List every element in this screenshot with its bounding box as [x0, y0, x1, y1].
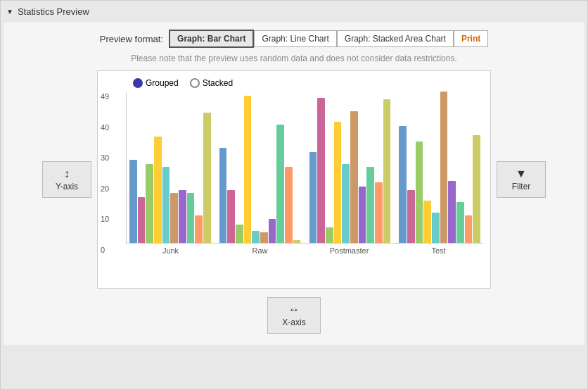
x-label-raw: Raw [215, 246, 305, 255]
bar-test-1 [407, 190, 415, 243]
filter-icon: ▼ [507, 168, 535, 180]
bar-test-7 [456, 202, 464, 243]
section-title: Statistics Preview [18, 6, 89, 17]
bars-container [126, 92, 483, 244]
stacked-radio[interactable] [190, 78, 200, 88]
y-axis-labels: 49 40 30 20 10 0 [101, 92, 109, 254]
bar-junk-8 [195, 215, 203, 243]
x-labels: JunkRawPostmasterTest [126, 246, 483, 255]
bar-group-junk [129, 113, 211, 243]
bar-junk-2 [146, 164, 153, 243]
bar-group-raw [219, 96, 301, 243]
y-label-49: 49 [101, 92, 109, 101]
filter-button[interactable]: ▼ Filter [497, 161, 546, 198]
bar-raw-2 [236, 225, 243, 243]
x-axis-label: X-axis [282, 317, 305, 327]
bar-test-0 [399, 126, 407, 243]
bar-group-postmaster [309, 98, 391, 243]
bar-postmaster-6 [359, 187, 366, 243]
legend-grouped: Grouped [133, 78, 179, 88]
bar-postmaster-3 [334, 122, 342, 243]
bar-raw-4 [252, 231, 260, 243]
legend-stacked: Stacked [190, 78, 233, 88]
bar-raw-7 [276, 125, 284, 243]
x-label-postmaster: Postmaster [305, 246, 394, 255]
bar-postmaster-0 [309, 152, 317, 243]
collapse-icon[interactable]: ▼ [6, 8, 13, 15]
bar-junk-1 [138, 197, 146, 243]
bar-postmaster-1 [317, 98, 325, 243]
bar-test-5 [440, 92, 448, 243]
content-area: Preview format: Graph: Bar Chart Graph: … [4, 23, 584, 345]
bar-junk-5 [170, 193, 178, 243]
chart-wrapper: ↕ Y-axis Grouped Stacked 49 [4, 70, 584, 289]
bar-raw-6 [269, 219, 276, 243]
bar-postmaster-9 [383, 99, 391, 243]
bar-test-9 [473, 135, 480, 243]
y-axis-icon: ↕ [53, 168, 81, 180]
section-header: ▼ Statistics Preview [4, 4, 584, 23]
bar-junk-7 [187, 193, 195, 243]
chart-area: 49 40 30 20 10 0 JunkRawPostmasterTest [126, 92, 483, 254]
format-row: Preview format: Graph: Bar Chart Graph: … [4, 30, 584, 48]
note-text: Please note that the preview uses random… [4, 54, 584, 63]
bar-junk-0 [129, 160, 137, 243]
y-label-30: 30 [101, 153, 109, 162]
x-axis-button[interactable]: ↔ X-axis [267, 297, 320, 334]
bottom-btn-row: ↔ X-axis [4, 297, 584, 334]
grouped-label: Grouped [146, 78, 179, 88]
bar-junk-4 [162, 167, 170, 243]
y-axis-button[interactable]: ↕ Y-axis [42, 161, 91, 198]
bar-test-6 [448, 181, 456, 243]
grouped-radio[interactable] [133, 78, 143, 88]
print-button[interactable]: Print [454, 30, 488, 47]
stacked-area-chart-button[interactable]: Graph: Stacked Area Chart [337, 30, 454, 47]
bar-junk-3 [154, 137, 162, 243]
bar-group-test [399, 92, 480, 243]
bar-test-8 [465, 215, 473, 243]
bar-raw-9 [293, 240, 301, 243]
x-axis-icon: ↔ [282, 303, 305, 316]
x-label-junk: Junk [126, 246, 215, 255]
y-label-20: 20 [101, 184, 109, 193]
bar-test-2 [416, 141, 423, 243]
y-label-0: 0 [101, 246, 109, 254]
filter-label: Filter [512, 182, 531, 191]
y-label-10: 10 [101, 215, 109, 223]
bar-junk-6 [179, 190, 186, 243]
bar-postmaster-7 [366, 167, 374, 243]
outer-container: ▼ Statistics Preview Preview format: Gra… [0, 0, 588, 390]
legend: Grouped Stacked [126, 78, 483, 88]
format-label: Preview format: [100, 34, 163, 44]
bar-raw-3 [244, 96, 252, 243]
bar-raw-0 [219, 148, 227, 243]
bar-postmaster-2 [326, 227, 333, 243]
bar-postmaster-5 [350, 111, 358, 243]
bar-raw-5 [260, 232, 268, 243]
bar-test-4 [432, 213, 440, 243]
line-chart-button[interactable]: Graph: Line Chart [254, 30, 336, 47]
stacked-label: Stacked [203, 78, 233, 88]
bar-postmaster-8 [375, 182, 383, 243]
bar-junk-9 [203, 113, 211, 243]
bar-chart-button[interactable]: Graph: Bar Chart [169, 30, 254, 48]
bar-postmaster-4 [342, 164, 350, 243]
bar-test-3 [423, 201, 431, 243]
x-label-test: Test [394, 246, 483, 255]
y-axis-label: Y-axis [56, 182, 78, 191]
chart-container: Grouped Stacked 49 40 30 20 10 0 [97, 70, 491, 289]
bar-raw-8 [285, 167, 293, 243]
y-label-40: 40 [101, 123, 109, 132]
bar-raw-1 [227, 190, 235, 243]
